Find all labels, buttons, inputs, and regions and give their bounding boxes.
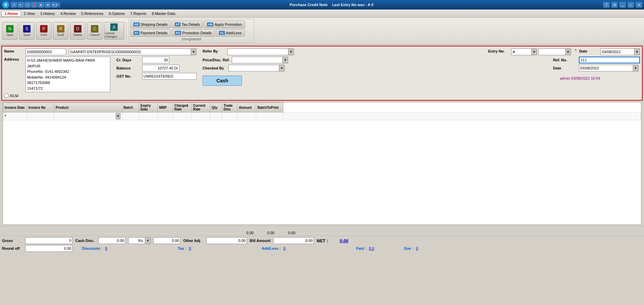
new-row-trade-disc[interactable] — [238, 113, 256, 120]
stop-icon[interactable]: ■ — [45, 2, 51, 7]
new-row-mrp[interactable] — [173, 113, 192, 120]
promotion-details-button[interactable]: AG Promotion Details — [172, 29, 215, 37]
rewind-icon[interactable]: ◄◄ — [52, 2, 58, 7]
cash-btn-row: Cash — [203, 76, 288, 86]
help-btn[interactable]: ? — [603, 2, 609, 7]
ref-date-btn[interactable]: ▼ — [633, 65, 639, 72]
ref-no-row: Ref. No. — [553, 57, 640, 63]
shipping-details-button[interactable]: AE Shipping Details — [130, 21, 171, 28]
menu-masterdata[interactable]: 8.Master Data — [149, 11, 178, 16]
cancel-changes-button[interactable]: A Cancel Changes — [104, 22, 124, 40]
price-disc-label: Price/Disc. Ref. — [203, 58, 230, 62]
col-qty: Qty — [210, 103, 222, 113]
rcm-checkbox[interactable] — [4, 94, 8, 98]
forward-icon[interactable]: ► — [18, 2, 24, 7]
tax-value[interactable]: 0 — [189, 246, 191, 250]
entry-no-btn1[interactable]: ▼ — [532, 48, 537, 55]
cash-button[interactable]: Cash — [203, 76, 242, 86]
new-row-current-rate[interactable] — [210, 113, 222, 120]
refresh-icon[interactable]: ↺ — [24, 2, 31, 7]
main-area: Name ▼ Refer By ▼ Entry No. ▼ ▼ — [0, 44, 644, 226]
entry-no-btn2[interactable]: ▼ — [566, 48, 571, 55]
discounts-label: Discounts : — [82, 246, 102, 250]
new-button[interactable]: N New — [2, 22, 18, 40]
ref-date-field[interactable] — [579, 65, 633, 72]
rs-dropdown-btn[interactable]: ▼ — [145, 237, 151, 244]
refer-by-field[interactable] — [227, 48, 288, 55]
cr-days-field[interactable] — [142, 57, 169, 63]
new-row-batch-print[interactable] — [283, 113, 641, 120]
price-disc-combo: ▼ — [232, 57, 288, 63]
cash-disc-label: Cash Disc. — [75, 239, 96, 243]
menu-home[interactable]: 1.Home — [1, 11, 21, 17]
delete-button[interactable]: D Delete — [70, 22, 86, 40]
save-button[interactable]: S Save — [19, 22, 35, 40]
invoice-no-dropdown[interactable]: ▼ — [116, 113, 120, 119]
minimize-btn[interactable]: _ — [620, 2, 626, 7]
round-off-field[interactable] — [25, 245, 73, 252]
cash-disc-field[interactable] — [98, 237, 126, 244]
ref-no-field[interactable] — [579, 57, 640, 63]
maximize-btn[interactable]: □ — [628, 2, 634, 7]
new-row-batch[interactable] — [139, 113, 158, 120]
col-current-rate: Current Rate — [192, 103, 210, 113]
rcm-label: RCM — [10, 94, 18, 98]
name-code-field[interactable] — [25, 48, 66, 55]
rs-combo: ▼ — [128, 237, 151, 244]
bill-amount-field[interactable] — [273, 237, 314, 244]
play-icon[interactable]: ▶ — [38, 2, 44, 7]
add-less-value[interactable]: 0 — [283, 246, 285, 250]
menu-references[interactable]: 5.References — [78, 11, 106, 16]
discounts-value[interactable]: 0 — [105, 246, 107, 250]
new-row-qty[interactable] — [222, 113, 238, 120]
footer-area: Gross Cash Disc. ▼ Other Adj. Bill Amoun… — [0, 236, 644, 254]
date-dropdown-btn[interactable]: ▼ — [634, 48, 640, 55]
date-field[interactable] — [601, 48, 634, 55]
checked-by-field[interactable] — [228, 65, 279, 72]
other-adj-label: Other Adj. — [183, 239, 204, 243]
ref-date-combo: ▼ — [579, 65, 639, 72]
settings-btn[interactable]: ⚙ — [611, 2, 618, 7]
add-less-button[interactable]: AL Add/Less — [216, 29, 245, 37]
payment-details-button[interactable]: AY Payment Details — [130, 29, 171, 37]
date-combo: ▼ — [601, 48, 640, 55]
print-button[interactable]: P Print — [36, 22, 52, 40]
menu-review[interactable]: 4.Review — [58, 11, 78, 16]
rs-amount-field[interactable] — [153, 237, 181, 244]
entry-no-field1[interactable] — [511, 48, 532, 55]
apply-promotion-button[interactable]: AN Apply Promotion — [204, 21, 245, 28]
gst-no-field[interactable] — [142, 73, 196, 80]
new-row-invoice-no[interactable]: ▼ — [54, 113, 122, 120]
menu-reports[interactable]: 7.Reports — [128, 11, 149, 16]
new-row-invoice-date[interactable] — [27, 113, 54, 120]
name-value-field[interactable] — [69, 48, 191, 55]
rcm-row: RCM — [4, 94, 640, 98]
gross-field[interactable] — [25, 237, 73, 244]
rs-field[interactable] — [128, 237, 145, 244]
pin-icon[interactable]: 📌 — [31, 2, 37, 7]
paid-value[interactable]: 0.0 — [369, 246, 374, 250]
round-off-label: Round off — [2, 246, 22, 250]
due-value[interactable]: 0 — [416, 246, 418, 250]
other-adj-field[interactable] — [206, 237, 247, 244]
back-icon[interactable]: ◄ — [11, 2, 17, 7]
toolbar: N New S Save P Print R Draft D Delete C … — [0, 18, 644, 44]
entry-no-field2[interactable] — [538, 48, 566, 55]
new-row-expiry[interactable] — [158, 113, 173, 120]
new-row-amount[interactable] — [256, 113, 283, 120]
name-dropdown-btn[interactable]: ▼ — [191, 48, 196, 55]
tax-details-button[interactable]: AT Tax Details — [172, 21, 203, 28]
menu-history[interactable]: 3.History — [38, 11, 58, 16]
scroll-area[interactable] — [0, 226, 644, 230]
menu-options[interactable]: 6.Options — [106, 11, 128, 16]
price-disc-field[interactable] — [232, 57, 283, 63]
price-disc-btn[interactable]: ▼ — [283, 57, 288, 63]
checked-by-btn[interactable]: ▼ — [279, 65, 285, 72]
close-btn[interactable]: ✕ — [636, 2, 642, 7]
new-row-charged-rate[interactable] — [192, 113, 210, 120]
draft-button[interactable]: R Draft — [53, 22, 69, 40]
menu-view[interactable]: 2.View — [21, 11, 38, 16]
refer-by-dropdown-btn[interactable]: ▼ — [288, 48, 294, 55]
new-row-product[interactable] — [122, 113, 139, 120]
cancel-button[interactable]: C Cancel — [87, 22, 102, 40]
